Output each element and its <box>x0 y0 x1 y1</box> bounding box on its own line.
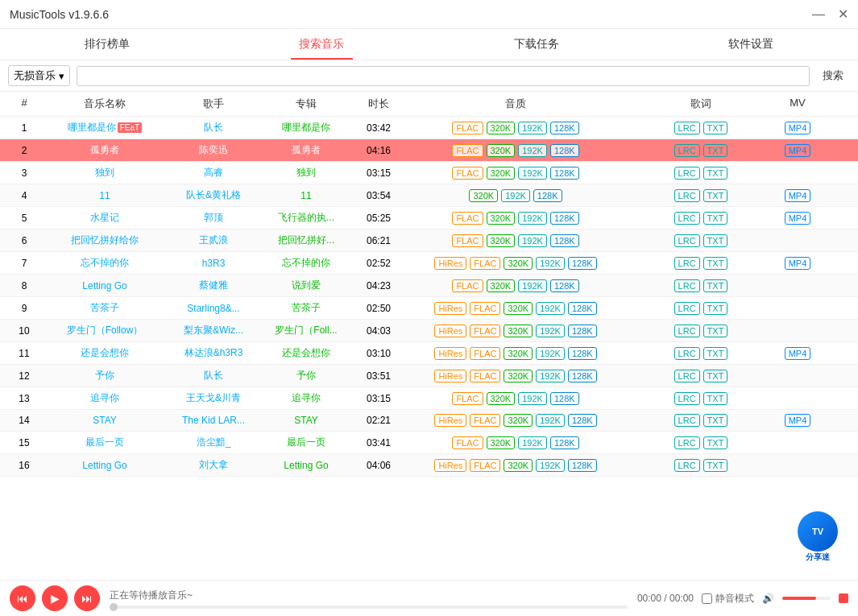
cell-mv[interactable]: MP4 <box>773 212 822 225</box>
badge-320k[interactable]: 320K <box>487 144 516 157</box>
badge-txt[interactable]: TXT <box>703 392 728 405</box>
badge-192k[interactable]: 192K <box>518 212 547 225</box>
cell-name[interactable]: 还是会想你 <box>40 346 169 360</box>
mute-check[interactable]: 静音模式 <box>702 592 754 606</box>
cell-name[interactable]: 苦茶子 <box>40 301 169 315</box>
badge-192k[interactable]: 192K <box>518 436 547 449</box>
cell-album[interactable]: 最后一页 <box>258 436 354 449</box>
cell-quality[interactable]: FLAC320K192K128K <box>403 436 628 449</box>
badge-320k[interactable]: 320K <box>487 122 516 134</box>
badge-lrc[interactable]: LRC <box>674 257 700 270</box>
cell-album[interactable]: 罗生门（Foll... <box>258 324 354 337</box>
badge-flac[interactable]: FLAC <box>470 459 500 472</box>
cell-album[interactable]: 说到爱 <box>258 279 354 292</box>
close-button[interactable]: ✕ <box>838 6 848 22</box>
cell-mv[interactable]: MP4 <box>773 144 822 157</box>
cell-artist[interactable]: 刘大拿 <box>169 458 258 472</box>
cell-artist[interactable]: 队长 <box>169 369 258 382</box>
cell-name[interactable]: 追寻你 <box>40 391 169 405</box>
badge-txt[interactable]: TXT <box>703 436 728 449</box>
table-row[interactable]: 12予你队长予你03:51HiResFLAC320K192K128KLRCTXT <box>0 365 858 387</box>
search-button[interactable]: 搜索 <box>816 65 850 86</box>
badge-txt[interactable]: TXT <box>703 122 728 134</box>
badge-192k[interactable]: 192K <box>518 392 547 405</box>
badge-flac[interactable]: FLAC <box>470 414 500 427</box>
cell-lyrics[interactable]: LRCTXT <box>628 436 773 449</box>
badge-hires[interactable]: HiRes <box>434 302 466 315</box>
badge-128k[interactable]: 128K <box>568 370 597 382</box>
cell-name[interactable]: Letting Go <box>40 460 169 471</box>
badge-128k[interactable]: 128K <box>550 122 579 134</box>
badge-txt[interactable]: TXT <box>703 167 728 180</box>
cell-artist[interactable]: 王贰浪 <box>169 234 258 247</box>
cell-lyrics[interactable]: LRCTXT <box>628 167 773 180</box>
cell-name[interactable]: Letting Go <box>40 280 169 291</box>
badge-128k[interactable]: 128K <box>568 347 597 360</box>
cell-lyrics[interactable]: LRCTXT <box>628 189 773 202</box>
cell-artist[interactable]: h3R3 <box>169 258 258 269</box>
badge-320k[interactable]: 320K <box>487 212 516 225</box>
cell-quality[interactable]: FLAC320K192K128K <box>403 212 628 225</box>
cell-album[interactable]: 予你 <box>258 369 354 382</box>
cell-quality[interactable]: HiResFLAC320K192K128K <box>403 257 628 270</box>
tab-download[interactable]: 下载任务 <box>498 34 575 55</box>
badge-mp4[interactable]: MP4 <box>785 257 811 270</box>
minimize-button[interactable]: — <box>812 7 825 22</box>
cell-quality[interactable]: FLAC320K192K128K <box>403 234 628 247</box>
badge-flac[interactable]: FLAC <box>452 279 483 292</box>
table-row[interactable]: 15最后一页浩尘黯_最后一页03:41FLAC320K192K128KLRCTX… <box>0 432 858 454</box>
cell-lyrics[interactable]: LRCTXT <box>628 459 773 472</box>
badge-mp4[interactable]: MP4 <box>785 144 811 157</box>
badge-lrc[interactable]: LRC <box>674 212 700 225</box>
cell-quality[interactable]: FLAC320K192K128K <box>403 144 628 157</box>
badge-flac[interactable]: FLAC <box>470 257 500 270</box>
cell-album[interactable]: 苦茶子 <box>258 301 354 315</box>
cell-album[interactable]: 11 <box>258 190 354 201</box>
cell-album[interactable]: STAY <box>258 415 354 426</box>
cell-name[interactable]: STAY <box>40 415 169 426</box>
badge-192k[interactable]: 192K <box>536 257 565 270</box>
badge-192k[interactable]: 192K <box>536 325 565 337</box>
badge-320k[interactable]: 320K <box>487 167 516 180</box>
badge-lrc[interactable]: LRC <box>674 122 700 134</box>
cell-quality[interactable]: FLAC320K192K128K <box>403 392 628 405</box>
cell-artist[interactable]: 郭顶 <box>169 211 258 225</box>
badge-192k[interactable]: 192K <box>501 189 530 202</box>
badge-320k[interactable]: 320K <box>504 459 533 472</box>
cell-name[interactable]: 把回忆拼好给你 <box>40 234 169 247</box>
badge-lrc[interactable]: LRC <box>674 436 700 449</box>
badge-mp4[interactable]: MP4 <box>785 414 811 427</box>
badge-flac[interactable]: FLAC <box>452 122 483 134</box>
cell-lyrics[interactable]: LRCTXT <box>628 370 773 382</box>
badge-mp4[interactable]: MP4 <box>785 189 811 202</box>
player-progress[interactable] <box>110 606 628 609</box>
badge-320k[interactable]: 320K <box>504 347 533 360</box>
cell-artist[interactable]: The Kid LAR... <box>169 415 258 426</box>
badge-txt[interactable]: TXT <box>703 279 728 292</box>
cell-name[interactable]: 独到 <box>40 166 169 180</box>
badge-txt[interactable]: TXT <box>703 189 728 202</box>
cell-lyrics[interactable]: LRCTXT <box>628 234 773 247</box>
cell-mv[interactable]: MP4 <box>773 347 822 360</box>
cell-artist[interactable]: 林达浪&h3R3 <box>169 346 258 360</box>
badge-lrc[interactable]: LRC <box>674 347 700 360</box>
badge-txt[interactable]: TXT <box>703 302 728 315</box>
cell-quality[interactable]: HiResFLAC320K192K128K <box>403 370 628 382</box>
badge-128k[interactable]: 128K <box>568 325 597 337</box>
table-row[interactable]: 2孤勇者陈奕迅孤勇者04:16FLAC320K192K128KLRCTXTMP4 <box>0 139 858 162</box>
badge-txt[interactable]: TXT <box>703 414 728 427</box>
cell-lyrics[interactable]: LRCTXT <box>628 392 773 405</box>
badge-320k[interactable]: 320K <box>504 370 533 382</box>
badge-128k[interactable]: 128K <box>550 144 579 157</box>
cell-lyrics[interactable]: LRCTXT <box>628 279 773 292</box>
badge-192k[interactable]: 192K <box>536 347 565 360</box>
cell-lyrics[interactable]: LRCTXT <box>628 414 773 427</box>
badge-320k[interactable]: 320K <box>504 325 533 337</box>
badge-txt[interactable]: TXT <box>703 212 728 225</box>
badge-txt[interactable]: TXT <box>703 257 728 270</box>
badge-192k[interactable]: 192K <box>536 414 565 427</box>
table-row[interactable]: 3独到高睿独到03:15FLAC320K192K128KLRCTXT <box>0 162 858 184</box>
badge-lrc[interactable]: LRC <box>674 392 700 405</box>
cell-name[interactable]: 最后一页 <box>40 436 169 449</box>
badge-128k[interactable]: 128K <box>568 257 597 270</box>
